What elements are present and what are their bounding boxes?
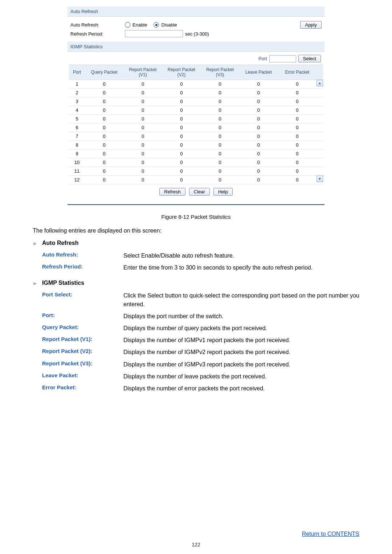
definition-term: Report Packet (V1): [42, 336, 123, 344]
cell-v1: 0 [123, 115, 162, 123]
auto-refresh-section-title: Auto Refresh [68, 7, 324, 17]
cell-v1: 0 [123, 106, 162, 115]
definition-description: Displays the port number of the switch. [123, 312, 359, 320]
cell-port: 9 [69, 149, 85, 158]
cell-v2: 0 [162, 141, 201, 149]
cell-error: 0 [278, 89, 317, 97]
scroll-up-icon[interactable]: ▲ [317, 80, 323, 86]
cell-v2: 0 [162, 167, 201, 176]
definition-description: Enter the time from 3 to 300 in seconds … [123, 263, 359, 272]
cell-v1: 0 [123, 141, 162, 149]
cell-port: 7 [69, 132, 85, 141]
apply-button[interactable]: Apply [300, 21, 322, 29]
intro-text: The following entries are displayed on t… [33, 227, 359, 234]
cell-v3: 0 [201, 115, 239, 123]
cell-v2: 0 [162, 132, 201, 141]
cell-v1: 0 [123, 89, 162, 97]
cell-v3: 0 [201, 89, 239, 97]
cell-v1: 0 [123, 123, 162, 132]
col-port: Port [69, 65, 85, 80]
definition-description: Displays the number of IGMPv2 report pac… [123, 348, 359, 356]
table-row: 6000000 [69, 123, 323, 132]
refresh-period-input[interactable] [125, 30, 183, 37]
cell-error: 0 [278, 80, 317, 89]
radio-icon [125, 22, 130, 28]
cell-v1: 0 [123, 167, 162, 176]
cell-leave: 0 [239, 115, 278, 123]
definition-term: Report Packet (V2): [42, 348, 123, 356]
col-v2: Report Packet(V2) [162, 65, 201, 80]
cell-query: 0 [85, 123, 123, 132]
cell-v3: 0 [201, 132, 239, 141]
radio-icon [154, 22, 159, 28]
table-row: 4000000 [69, 106, 323, 115]
cell-error: 0 [278, 97, 317, 106]
definition-description: Click the Select button to quick-select … [123, 291, 359, 308]
cell-v2: 0 [162, 106, 201, 115]
cell-query: 0 [85, 141, 123, 149]
definition-description: Displays the number of error packets the… [123, 384, 359, 393]
igmp-section-title: IGMP Statistics [68, 42, 324, 52]
cell-query: 0 [85, 89, 123, 97]
definition-description: Select Enable/Disable auto refresh featu… [123, 251, 359, 260]
cell-v2: 0 [162, 123, 201, 132]
cell-query: 0 [85, 176, 123, 184]
page-number: 122 [0, 542, 392, 547]
cell-v1: 0 [123, 97, 162, 106]
bullet-icon: ➢ [33, 280, 37, 286]
auto-refresh-label: Auto Refresh: [70, 22, 125, 28]
cell-v3: 0 [201, 97, 239, 106]
definition-term: Port Select: [42, 291, 123, 308]
disable-radio[interactable]: Disable [154, 22, 177, 28]
refresh-button[interactable]: Refresh [159, 188, 185, 196]
select-button[interactable]: Select [298, 55, 321, 62]
cell-error: 0 [278, 141, 317, 149]
cell-v1: 0 [123, 176, 162, 184]
definition-term: Auto Refresh: [42, 251, 123, 260]
cell-v3: 0 [201, 106, 239, 115]
definition-description: Displays the number of IGMPv3 report pac… [123, 360, 359, 369]
cell-v1: 0 [123, 158, 162, 167]
cell-leave: 0 [239, 123, 278, 132]
cell-leave: 0 [239, 106, 278, 115]
enable-radio-label: Enable [132, 22, 147, 28]
port-filter-input[interactable] [269, 55, 296, 62]
enable-radio[interactable]: Enable [125, 22, 147, 28]
cell-port: 2 [69, 89, 85, 97]
cell-query: 0 [85, 158, 123, 167]
cell-v3: 0 [201, 167, 239, 176]
cell-port: 5 [69, 115, 85, 123]
cell-error: 0 [278, 158, 317, 167]
definition-term: Query Packet: [42, 324, 123, 332]
cell-leave: 0 [239, 141, 278, 149]
definition-term: Report Packet (V3): [42, 360, 123, 369]
cell-v3: 0 [201, 141, 239, 149]
definition-description: Displays the number of leave packets the… [123, 372, 359, 381]
cell-error: 0 [278, 106, 317, 115]
scroll-down-icon[interactable]: ▼ [317, 176, 323, 182]
refresh-period-unit: sec (3-300) [185, 31, 209, 37]
table-row: 2000000 [69, 89, 323, 97]
table-row: 9000000 [69, 149, 323, 158]
table-row: 3000000 [69, 97, 323, 106]
table-row: 7000000 [69, 132, 323, 141]
table-row: 1000000▲ [69, 80, 323, 89]
cell-v1: 0 [123, 149, 162, 158]
cell-error: 0 [278, 149, 317, 158]
cell-v3: 0 [201, 123, 239, 132]
cell-v3: 0 [201, 80, 239, 89]
clear-button[interactable]: Clear [189, 188, 210, 196]
cell-v2: 0 [162, 158, 201, 167]
cell-v2: 0 [162, 115, 201, 123]
definition-term: Port: [42, 312, 123, 320]
cell-query: 0 [85, 149, 123, 158]
cell-port: 8 [69, 141, 85, 149]
col-leave: Leave Packet [239, 65, 278, 80]
help-button[interactable]: Help [213, 188, 233, 196]
cell-query: 0 [85, 106, 123, 115]
return-to-contents-link[interactable]: Return to CONTENTS [302, 531, 359, 537]
section-title-igmp: IGMP Statistics [42, 280, 84, 286]
table-row: 10000000 [69, 158, 323, 167]
cell-query: 0 [85, 97, 123, 106]
cell-v2: 0 [162, 97, 201, 106]
